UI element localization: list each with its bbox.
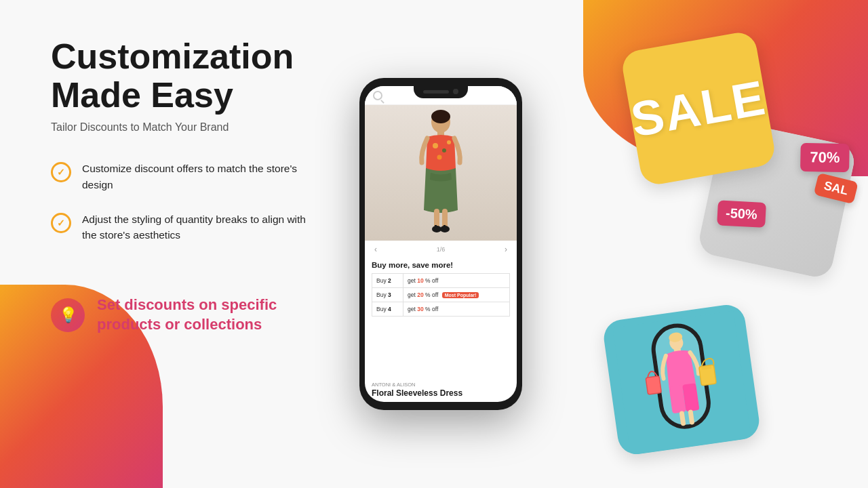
buy-more-title: Buy more, save more! (372, 261, 510, 269)
page-title: Customization Made Easy (51, 37, 309, 115)
svg-point-1 (431, 110, 450, 123)
product-image-area (365, 105, 517, 241)
bulb-icon: 💡 (51, 298, 85, 332)
product-brand: ANTONI & ALISON (365, 379, 517, 388)
svg-rect-7 (434, 209, 439, 228)
phone-speaker (423, 90, 449, 94)
buy-label-1: Buy 2 (372, 274, 403, 288)
svg-point-6 (447, 140, 451, 144)
qty-3: 4 (388, 306, 391, 312)
phone-camera (453, 89, 458, 94)
sale-cards-area: SALE 70% SAL -50% (604, 27, 848, 461)
pct-1: 10 (417, 277, 423, 284)
check-icon-1 (51, 162, 71, 182)
product-image-svg (407, 108, 475, 237)
teal-card-image (612, 310, 751, 455)
nav-indicator: 1/6 (437, 246, 446, 253)
svg-point-5 (437, 155, 442, 160)
pct-3: 30 (417, 306, 423, 312)
sale-text: SALE (627, 69, 770, 147)
bulb-emoji: 💡 (59, 306, 77, 324)
discount-feature: 💡 Set discounts on specific products or … (51, 296, 309, 334)
qty-2: 3 (388, 291, 391, 298)
feature-text-1: Customize discount offers to match the s… (82, 161, 309, 192)
sale-card-yellow: SALE (620, 30, 777, 187)
nav-arrow-left[interactable]: ‹ (374, 245, 377, 254)
svg-rect-25 (646, 376, 661, 395)
phone-screen: ‹ 1/6 › Buy more, save more! Buy 2 get 1… (365, 86, 517, 402)
sale-card-teal (601, 302, 762, 456)
nav-arrow-right[interactable]: › (505, 245, 507, 254)
svg-point-4 (442, 148, 446, 152)
left-panel: Customization Made Easy Tailor Discounts… (0, 0, 346, 488)
check-icon-2 (51, 213, 71, 233)
table-row: Buy 4 get 30 % off (372, 302, 510, 317)
feature-text-2: Adjust the styling of quantity breaks to… (82, 211, 309, 243)
right-panel: ‹ 1/6 › Buy more, save more! Buy 2 get 1… (346, 0, 868, 488)
svg-rect-8 (442, 209, 448, 228)
product-name: Floral Sleeveless Dress (365, 388, 517, 402)
pct-2: 20 (417, 291, 423, 298)
off-label-2: get 20 % off Most Popular! (403, 288, 510, 302)
phone-notch (414, 85, 468, 98)
popular-badge: Most Popular! (442, 292, 479, 298)
discount-feature-text: Set discounts on specific products or co… (97, 296, 309, 334)
table-row: Buy 2 get 10 % off (372, 274, 510, 288)
feature-item-2: Adjust the styling of quantity breaks to… (51, 211, 309, 243)
tag-70: 70% (800, 143, 850, 172)
svg-rect-11 (435, 225, 437, 230)
buy-label-3: Buy 4 (372, 302, 403, 317)
feature-item-1: Customize discount offers to match the s… (51, 161, 309, 192)
image-nav: ‹ 1/6 › (365, 241, 517, 258)
off-label-3: get 30 % off (403, 302, 510, 317)
quantity-break-section: Buy more, save more! Buy 2 get 10 % off … (365, 258, 517, 379)
phone-body: ‹ 1/6 › Buy more, save more! Buy 2 get 1… (359, 78, 522, 410)
svg-rect-12 (443, 225, 446, 230)
page-subtitle: Tailor Discounts to Match Your Brand (51, 121, 309, 134)
break-table: Buy 2 get 10 % off Buy 3 get 20 % off Mo… (372, 273, 510, 317)
svg-point-3 (433, 143, 438, 148)
phone-mockup: ‹ 1/6 › Buy more, save more! Buy 2 get 1… (359, 78, 522, 410)
qty-1: 2 (388, 277, 391, 284)
buy-label-2: Buy 3 (372, 288, 403, 302)
table-row: Buy 3 get 20 % off Most Popular! (372, 288, 510, 302)
tag-50: -50% (717, 200, 766, 228)
off-label-1: get 10 % off (403, 274, 510, 288)
zoom-icon (373, 91, 382, 100)
